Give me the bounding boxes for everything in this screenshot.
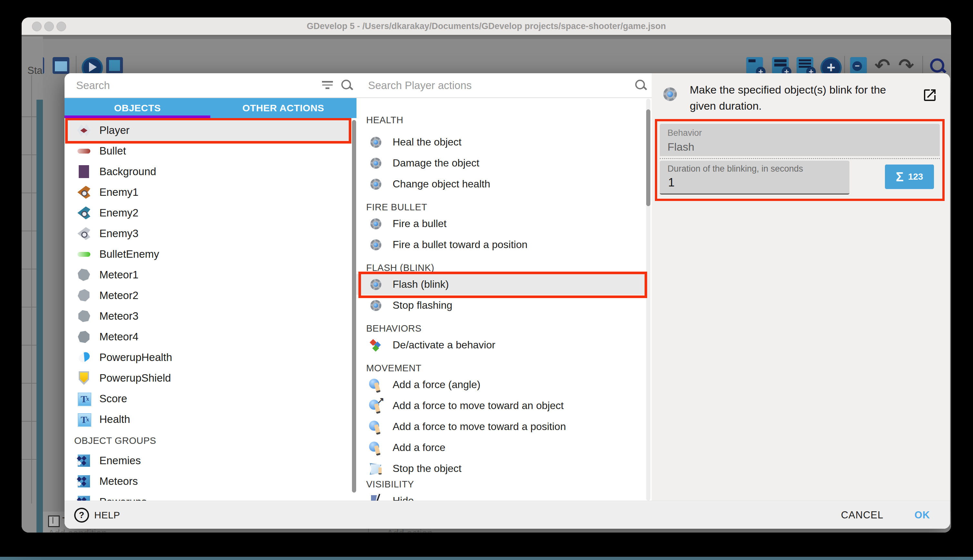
meteor4-icon	[76, 329, 92, 345]
gear-action-icon	[368, 298, 383, 313]
action-description: Make the specified object(s) blink for t…	[690, 82, 912, 114]
object-row-health[interactable]: Health	[65, 409, 352, 430]
object-row-enemy2[interactable]: Enemy2	[65, 203, 352, 223]
add-comment-icon	[796, 57, 813, 74]
expression-button-label: 123	[908, 172, 923, 182]
action-search-input[interactable]	[367, 77, 601, 94]
action-hide[interactable]: Hide	[357, 490, 646, 501]
gear-action-icon	[368, 277, 383, 292]
tab-other-actions[interactable]: OTHER ACTIONS	[210, 98, 356, 118]
action-stop-flashing[interactable]: Stop flashing	[357, 295, 646, 316]
filter-icon[interactable]	[322, 81, 335, 91]
section-behaviors: BEHAVIORS	[366, 323, 422, 334]
event-column-strip	[37, 100, 43, 533]
help-label: HELP	[94, 510, 120, 521]
add-subevent-icon	[772, 57, 789, 74]
group-row-powerups[interactable]: Powerups	[65, 492, 352, 501]
object-row-meteor1[interactable]: Meteor1	[65, 265, 352, 285]
action-stop-object[interactable]: Stop the object	[357, 458, 646, 479]
object-groups-header: OBJECT GROUPS	[74, 435, 156, 446]
action-search-row	[357, 73, 651, 98]
toolbar-divider	[76, 56, 77, 76]
section-flash-blink: FLASH (BLINK)	[366, 263, 434, 273]
group-row-enemies[interactable]: Enemies	[65, 450, 352, 471]
annotation-parameters-highlight: Behavior Flash Duration of the blinking,…	[655, 119, 945, 201]
action-force-toward-object[interactable]: Add a force to move toward an object	[357, 395, 646, 416]
action-deactivate-behavior[interactable]: De/activate a behavior	[357, 335, 646, 355]
duration-field-label: Duration of the blinking, in seconds	[668, 164, 803, 174]
object-row-powerupshield[interactable]: PowerupShield	[65, 368, 352, 388]
section-movement: MOVEMENT	[366, 363, 422, 373]
object-row-enemy1[interactable]: Enemy1	[65, 182, 352, 203]
scene-editor-icon	[53, 57, 69, 74]
action-list: HEALTH Heal the object Damage the object…	[357, 98, 651, 501]
object-search-input[interactable]	[75, 77, 309, 94]
duration-field[interactable]: Duration of the blinking, in seconds	[660, 161, 850, 195]
object-list-scrollbar-thumb[interactable]	[352, 120, 356, 493]
object-row-background[interactable]: Background	[65, 161, 352, 182]
action-heal-object[interactable]: Heal the object	[357, 132, 646, 153]
gear-action-icon	[368, 135, 383, 150]
object-row-score[interactable]: Score	[65, 388, 352, 409]
force-icon	[368, 419, 383, 435]
duration-input[interactable]	[668, 175, 836, 190]
action-force-toward-position[interactable]: Add a force to move toward a position	[357, 416, 646, 437]
action-add-force[interactable]: Add a force	[357, 437, 646, 458]
section-fire-bullet: FIRE BULLET	[366, 202, 427, 213]
object-row-meteor2[interactable]: Meteor2	[65, 285, 352, 306]
player-ship-icon	[76, 123, 92, 138]
dialog-footer: ? HELP CANCEL OK	[65, 501, 950, 529]
gear-action-icon	[368, 155, 383, 171]
background-icon	[76, 164, 92, 179]
text-object-icon	[76, 391, 92, 407]
gdevelop-window: GDevelop 5 - /Users/dkarakay/Documents/G…	[22, 17, 951, 533]
bullet-icon	[76, 143, 92, 159]
action-damage-object[interactable]: Damage the object	[357, 153, 646, 173]
object-row-meteor3[interactable]: Meteor3	[65, 306, 352, 327]
hidden-tab-label: Sta	[27, 65, 43, 77]
shield-icon	[76, 370, 92, 386]
events-sheet-left-edge: Sta	[22, 37, 43, 533]
tab-objects[interactable]: OBJECTS	[65, 98, 210, 118]
condition-type-icon	[48, 515, 60, 527]
gear-action-icon	[368, 237, 383, 253]
object-row-enemy3[interactable]: Enemy3	[65, 223, 352, 244]
object-tabs: OBJECTS OTHER ACTIONS	[65, 98, 357, 118]
object-row-meteor4[interactable]: Meteor4	[65, 327, 352, 347]
object-group-icon	[76, 453, 92, 468]
enemy2-ship-icon	[76, 205, 92, 221]
action-fire-bullet[interactable]: Fire a bullet	[357, 213, 646, 234]
hide-icon	[368, 493, 383, 501]
window-title: GDevelop 5 - /Users/dkarakay/Documents/G…	[22, 21, 951, 31]
cancel-button[interactable]: CANCEL	[841, 509, 884, 521]
expression-editor-button[interactable]: Σ 123	[885, 165, 934, 189]
enemy3-ship-icon	[76, 226, 92, 241]
redo-icon: ↷	[898, 57, 915, 74]
choose-action-dialog: OBJECTS OTHER ACTIONS Player Bullet	[65, 73, 950, 529]
action-list-scrollbar-thumb[interactable]	[646, 109, 650, 206]
health-capsule-icon	[76, 350, 92, 365]
toolbar-shade	[22, 37, 951, 39]
object-row-bullet[interactable]: Bullet	[65, 141, 352, 161]
meteor2-icon	[76, 288, 92, 303]
action-add-force-angle[interactable]: Add a force (angle)	[357, 374, 646, 395]
force-icon	[368, 377, 383, 393]
actions-panel: HEALTH Heal the object Damage the object…	[357, 73, 652, 529]
object-row-poweruphealth[interactable]: PowerupHealth	[65, 347, 352, 368]
action-change-health[interactable]: Change object health	[357, 173, 646, 195]
ok-button[interactable]: OK	[915, 509, 930, 521]
search-events-icon	[929, 57, 946, 74]
text-object-icon	[76, 412, 92, 427]
desktop-edge	[0, 557, 973, 560]
object-row-bulletenemy[interactable]: BulletEnemy	[65, 244, 352, 265]
action-fire-bullet-position[interactable]: Fire a bullet toward a position	[357, 234, 646, 255]
titlebar: GDevelop 5 - /Users/dkarakay/Documents/G…	[22, 17, 951, 37]
action-flash-blink[interactable]: Flash (blink)	[357, 274, 646, 295]
open-in-new-icon[interactable]	[922, 87, 938, 103]
screenshot-root: GDevelop 5 - /Users/dkarakay/Documents/G…	[0, 0, 973, 560]
behavior-field[interactable]: Behavior Flash	[660, 124, 940, 156]
meteor3-icon	[76, 308, 92, 324]
object-row-player[interactable]: Player	[65, 120, 352, 141]
group-row-meteors[interactable]: Meteors	[65, 471, 352, 492]
help-button[interactable]: ? HELP	[74, 508, 120, 523]
